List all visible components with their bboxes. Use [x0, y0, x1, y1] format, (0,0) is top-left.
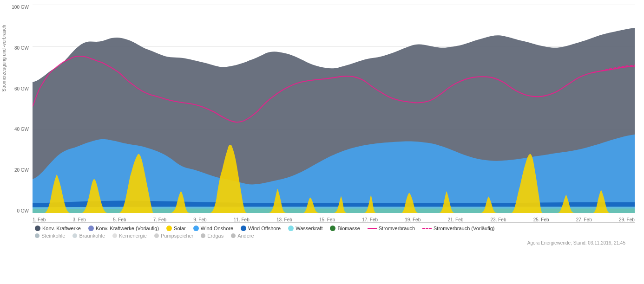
legend-dot-konv	[35, 226, 40, 231]
legend-dashed-stromverbrauch-vorl	[422, 228, 432, 229]
legend-row-1: Konv. Kraftwerke Konv. Kraftwerke (Vorlä…	[35, 226, 630, 231]
legend-steinkohle: Steinkohle	[35, 233, 65, 239]
x-axis: 1. Feb 3. Feb 5. Feb 7. Feb 9. Feb 11. F…	[33, 213, 635, 222]
legend-dot-andere	[231, 233, 236, 238]
legend-wasserkraft: Wasserkraft	[288, 226, 322, 231]
legend-erdgas: Erdgas	[201, 233, 223, 239]
legend-label-andere: Andere	[237, 233, 254, 239]
x-tick-23feb: 23. Feb	[491, 217, 506, 222]
legend-label-stromverbrauch-vorl: Stromverbrauch (Vorläufig)	[434, 226, 494, 231]
legend-konv-kraftwerke: Konv. Kraftwerke	[35, 226, 81, 231]
y-axis: 100 GW 80 GW 60 GW 40 GW 20 GW 0 GW	[5, 5, 33, 223]
x-tick-27feb: 27. Feb	[576, 217, 592, 222]
y-tick-0: 0 GW	[17, 208, 29, 213]
legend-stromverbrauch: Stromverbrauch	[368, 226, 415, 231]
legend-andere: Andere	[231, 233, 254, 239]
legend-label-kernenergie: Kernenergie	[119, 233, 147, 239]
legend-dot-kernenergie	[112, 233, 117, 238]
y-axis-label: Stromerzeugung und -verbrauch	[1, 21, 7, 96]
y-tick-100: 100 GW	[12, 5, 29, 10]
x-tick-13feb: 13. Feb	[276, 217, 292, 222]
legend-label-wind-offshore: Wind Offshore	[248, 226, 281, 231]
legend-label-biomasse: Biomasse	[337, 226, 360, 231]
chart-container: Stromerzeugung und -verbrauch 100 GW 80 …	[0, 0, 644, 284]
chart-plot: 1. Feb 3. Feb 5. Feb 7. Feb 9. Feb 11. F…	[33, 5, 635, 223]
legend-braunkohle: Braunkohle	[72, 233, 105, 239]
legend-label-braunkohle: Braunkohle	[79, 233, 105, 239]
x-tick-7feb: 7. Feb	[153, 217, 166, 222]
x-tick-25feb: 25. Feb	[533, 217, 549, 222]
legend-dot-biomasse	[330, 226, 335, 231]
legend-label-wind-onshore: Wind Onshore	[201, 226, 233, 231]
y-tick-20: 20 GW	[14, 168, 29, 173]
legend-label-wasserkraft: Wasserkraft	[296, 226, 322, 231]
legend-pumpspeicher: Pumpspeicher	[154, 233, 193, 239]
legend-label-konv: Konv. Kraftwerke	[42, 226, 81, 231]
legend-dot-steinkohle	[35, 233, 39, 238]
legend-dot-braunkohle	[72, 233, 77, 238]
y-tick-60: 60 GW	[14, 86, 29, 91]
legend-biomasse: Biomasse	[330, 226, 360, 231]
legend-solar: Solar	[166, 226, 186, 231]
legend-konv-kraftwerke-vorl: Konv. Kraftwerke (Vorläufig)	[88, 226, 159, 231]
legend-dot-wind-onshore	[193, 226, 199, 231]
legend-dot-konv-vorl	[88, 226, 94, 231]
x-tick-19feb: 19. Feb	[405, 217, 421, 222]
legend-label-solar: Solar	[174, 226, 186, 231]
legend-label-stromverbrauch: Stromverbrauch	[379, 226, 415, 231]
legend-line-stromverbrauch	[368, 228, 377, 229]
x-tick-11feb: 11. Feb	[234, 217, 250, 222]
legend-dot-pumpspeicher	[154, 233, 159, 238]
legend-dot-erdgas	[201, 233, 205, 238]
x-tick-29feb: 29. Feb	[619, 217, 635, 222]
legend-area: Konv. Kraftwerke Konv. Kraftwerke (Vorlä…	[5, 223, 635, 239]
legend-dot-wind-offshore	[241, 226, 246, 231]
x-tick-17feb: 17. Feb	[362, 217, 378, 222]
x-tick-3feb: 3. Feb	[73, 217, 86, 222]
y-tick-80: 80 GW	[14, 45, 29, 51]
legend-wind-onshore: Wind Onshore	[193, 226, 233, 231]
chart-area: 100 GW 80 GW 60 GW 40 GW 20 GW 0 GW	[5, 5, 635, 223]
x-tick-9feb: 9. Feb	[193, 217, 206, 222]
legend-wind-offshore: Wind Offshore	[241, 226, 281, 231]
legend-kernenergie: Kernenergie	[112, 233, 147, 239]
legend-label-erdgas: Erdgas	[207, 233, 223, 239]
x-tick-15feb: 15. Feb	[319, 217, 335, 222]
legend-label-steinkohle: Steinkohle	[41, 233, 65, 239]
x-tick-5feb: 5. Feb	[113, 217, 126, 222]
legend-label-pumpspeicher: Pumpspeicher	[161, 233, 193, 239]
chart-svg	[33, 5, 635, 213]
x-tick-1feb: 1. Feb	[33, 217, 46, 222]
legend-dot-solar	[166, 226, 172, 231]
x-tick-21feb: 21. Feb	[447, 217, 463, 222]
legend-dot-wasserkraft	[288, 226, 294, 231]
legend-label-konv-vorl: Konv. Kraftwerke (Vorläufig)	[96, 226, 159, 231]
legend-stromverbrauch-vorl: Stromverbrauch (Vorläufig)	[422, 226, 494, 231]
y-tick-40: 40 GW	[14, 127, 29, 132]
footer-credit: Agora Energiewende; Stand: 03.11.2016, 2…	[5, 239, 635, 245]
legend-row-2: Steinkohle Braunkohle Kernenergie Pumpsp…	[35, 233, 630, 239]
